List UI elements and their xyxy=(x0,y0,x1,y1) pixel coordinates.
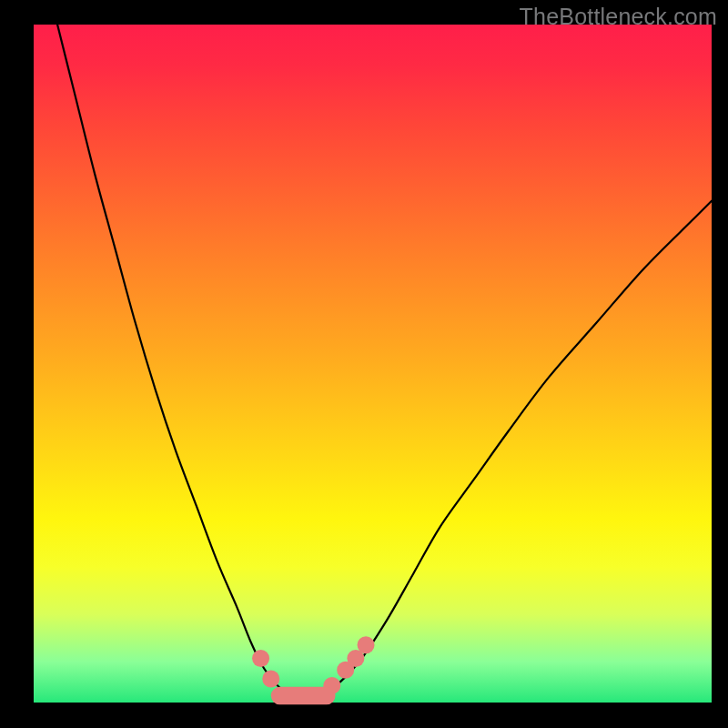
chart-svg xyxy=(34,25,712,703)
highlight-dot xyxy=(262,670,279,687)
highlight-bar xyxy=(271,687,336,704)
watermark-text: TheBottleneck.com xyxy=(520,4,717,30)
bottleneck-curve xyxy=(54,11,712,701)
highlight-bar-rect xyxy=(271,687,336,704)
highlight-dot xyxy=(252,650,269,667)
plot-area xyxy=(34,25,712,703)
chart-frame: TheBottleneck.com xyxy=(0,0,728,728)
highlight-dot xyxy=(358,636,375,653)
